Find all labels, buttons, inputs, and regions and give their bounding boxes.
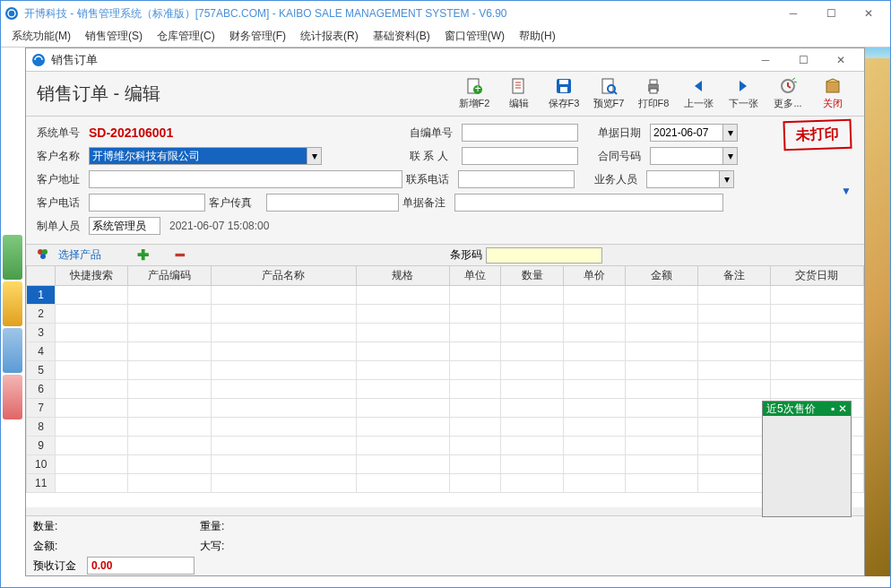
grid-cell[interactable] (501, 305, 563, 324)
grid-cell[interactable] (697, 342, 770, 361)
grid-header[interactable]: 交货日期 (770, 266, 863, 286)
grid-cell[interactable] (128, 305, 211, 324)
grid-cell[interactable] (563, 361, 625, 380)
grid-cell[interactable] (356, 380, 449, 399)
popup-close-icon[interactable]: ✕ (838, 402, 847, 415)
grid-cell[interactable] (356, 342, 449, 361)
grid-cell[interactable] (501, 474, 563, 493)
grid-cell[interactable] (56, 455, 128, 474)
grid-cell[interactable] (56, 286, 128, 305)
menu-reports[interactable]: 统计报表(R) (293, 27, 366, 46)
custom-id-input[interactable] (462, 124, 578, 142)
grid-cell[interactable] (356, 455, 449, 474)
grid-cell[interactable] (128, 437, 211, 455)
table-row[interactable]: 2 (27, 305, 864, 324)
close-button[interactable]: ✕ (851, 4, 887, 23)
grid-cell[interactable] (697, 324, 770, 342)
grid-cell[interactable] (501, 380, 563, 399)
grid-cell[interactable] (697, 399, 770, 418)
toolbar-preview-button[interactable]: 预览F7 (588, 77, 629, 110)
cust-phone-input[interactable] (89, 194, 205, 212)
toolbar-new-button[interactable]: +新增F2 (454, 77, 495, 110)
grid-cell[interactable] (56, 342, 128, 361)
grid-cell[interactable] (449, 342, 501, 361)
grid-cell[interactable] (56, 418, 128, 437)
grid-cell[interactable] (501, 418, 563, 437)
grid-cell[interactable] (56, 399, 128, 418)
grid-cell[interactable] (449, 418, 501, 437)
grid-cell[interactable] (56, 305, 128, 324)
grid-cell[interactable] (697, 361, 770, 380)
grid-cell[interactable] (697, 474, 770, 493)
grid-cell[interactable] (211, 380, 356, 399)
minimize-button[interactable]: ─ (775, 4, 811, 23)
maximize-button[interactable]: ☐ (813, 4, 849, 23)
grid-cell[interactable] (626, 380, 698, 399)
grid-cell[interactable] (449, 324, 501, 342)
grid-cell[interactable] (626, 474, 698, 493)
grid-cell[interactable] (211, 342, 356, 361)
grid-cell[interactable] (563, 474, 625, 493)
grid-header[interactable]: 规格 (356, 266, 449, 286)
table-row[interactable]: 10 (27, 455, 864, 474)
toolbar-close-button[interactable]: 关闭 (812, 77, 853, 110)
date-picker-icon[interactable]: ▾ (722, 125, 737, 141)
grid-cell[interactable] (697, 286, 770, 305)
barcode-input[interactable] (486, 247, 602, 264)
grid-cell[interactable] (563, 286, 625, 305)
grid-cell[interactable] (449, 380, 501, 399)
grid-cell[interactable] (128, 361, 211, 380)
products-grid[interactable]: 快捷搜索产品编码产品名称规格单位数量单价金额备注交货日期 12345678910… (26, 265, 864, 493)
menu-system[interactable]: 系统功能(M) (4, 27, 78, 46)
grid-cell[interactable] (697, 455, 770, 474)
grid-cell[interactable] (626, 342, 698, 361)
grid-header[interactable]: 数量 (501, 266, 563, 286)
grid-cell[interactable] (211, 437, 356, 455)
contact-phone-input[interactable] (458, 170, 575, 188)
grid-cell[interactable] (211, 455, 356, 474)
grid-cell[interactable] (563, 380, 625, 399)
grid-cell[interactable] (770, 361, 863, 380)
strip-icon[interactable] (3, 281, 22, 326)
delete-row-icon[interactable]: ━ (176, 246, 185, 264)
grid-cell[interactable] (770, 324, 863, 342)
inner-maximize-button[interactable]: ☐ (785, 50, 821, 70)
grid-cell[interactable] (128, 286, 211, 305)
grid-cell[interactable] (626, 455, 698, 474)
strip-icon[interactable] (3, 328, 22, 373)
grid-cell[interactable] (356, 474, 449, 493)
toolbar-edit-button[interactable]: 编辑 (498, 77, 540, 110)
grid-cell[interactable] (449, 437, 501, 455)
grid-cell[interactable] (563, 305, 625, 324)
grid-cell[interactable] (501, 324, 563, 342)
select-product-link[interactable]: 选择产品 (58, 247, 101, 263)
grid-cell[interactable] (626, 418, 698, 437)
salesperson-dropdown-icon[interactable]: ▾ (719, 171, 733, 187)
grid-cell[interactable] (211, 324, 356, 342)
grid-cell[interactable] (56, 361, 128, 380)
grid-cell[interactable] (449, 455, 501, 474)
popup-pin-icon[interactable]: ▪ (831, 402, 835, 415)
menu-finance[interactable]: 财务管理(F) (222, 27, 293, 46)
grid-cell[interactable] (356, 286, 449, 305)
contract-dropdown-icon[interactable]: ▾ (722, 148, 737, 164)
grid-cell[interactable] (501, 399, 563, 418)
grid-cell[interactable] (697, 380, 770, 399)
grid-header[interactable]: 金额 (626, 266, 698, 286)
grid-cell[interactable] (626, 305, 698, 324)
grid-cell[interactable] (626, 324, 698, 342)
strip-icon[interactable] (3, 235, 22, 280)
grid-cell[interactable] (563, 437, 625, 455)
grid-cell[interactable] (563, 342, 625, 361)
grid-cell[interactable] (128, 380, 211, 399)
customer-input[interactable] (89, 147, 322, 165)
cust-fax-input[interactable] (266, 194, 399, 212)
grid-cell[interactable] (770, 305, 863, 324)
grid-cell[interactable] (501, 455, 563, 474)
grid-cell[interactable] (56, 380, 128, 399)
grid-cell[interactable] (356, 361, 449, 380)
grid-cell[interactable] (563, 455, 625, 474)
grid-header[interactable]: 备注 (697, 266, 770, 286)
cust-addr-input[interactable] (89, 170, 402, 188)
grid-header[interactable]: 单位 (449, 266, 501, 286)
